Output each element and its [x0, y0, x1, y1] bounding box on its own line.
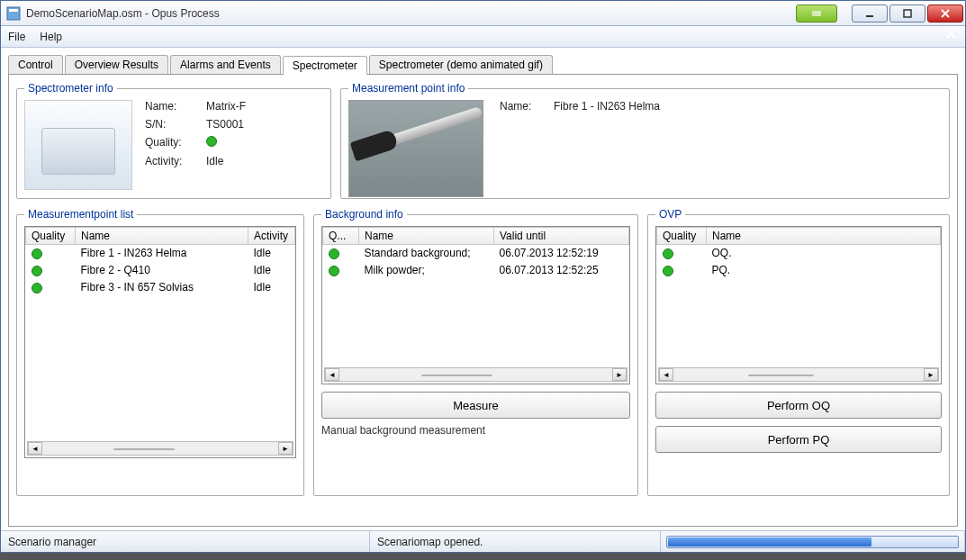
- app-window: DemoScenarioMap.osm - Opus Process ✕ Fil…: [0, 0, 966, 553]
- tab-alarms-events[interactable]: Alarms and Events: [170, 55, 281, 74]
- scroll-right-icon[interactable]: ►: [924, 368, 938, 381]
- svg-rect-2: [812, 11, 821, 16]
- col-activity[interactable]: Activity: [248, 228, 295, 245]
- col-name[interactable]: Name: [359, 228, 494, 245]
- probe-image: [348, 100, 483, 197]
- group-mp-list: Measurementpoint list Quality Name Activ…: [16, 208, 304, 496]
- group-measurement-point-info: Measurement point info Name: Fibre 1 - I…: [340, 82, 950, 199]
- cell-activity: Idle: [248, 245, 295, 262]
- cell-name: Standard background;: [359, 245, 494, 262]
- legend-mp-list: Measurementpoint list: [24, 208, 137, 221]
- scroll-left-icon[interactable]: ◄: [28, 442, 42, 455]
- table-row[interactable]: PQ.: [657, 262, 941, 279]
- value-mp-name: Fibre 1 - IN263 Helma: [554, 100, 660, 113]
- cell-name: Fibre 1 - IN263 Helma: [76, 245, 248, 262]
- window-buttons: [794, 5, 963, 23]
- status-dot-icon: [206, 136, 217, 147]
- label-mp-name: Name:: [500, 100, 554, 113]
- cell-activity: Idle: [248, 279, 295, 296]
- table-row[interactable]: Milk powder;06.07.2013 12:52:25: [323, 262, 629, 279]
- cell-name: Milk powder;: [359, 262, 494, 279]
- table-row[interactable]: Fibre 2 - Q410Idle: [26, 262, 295, 279]
- table-row[interactable]: Standard background;06.07.2013 12:52:19: [323, 245, 629, 262]
- perform-pq-button[interactable]: Perform PQ: [655, 426, 942, 453]
- status-pane-left: Scenario manager: [1, 531, 370, 552]
- spectrometer-props: Name: Matrix-F S/N: TS0001 Quality: Acti…: [145, 100, 246, 167]
- menu-file[interactable]: File: [8, 31, 25, 43]
- legend-ovp: OVP: [655, 208, 685, 221]
- table-row[interactable]: OQ.: [657, 245, 941, 262]
- status-dot-icon: [663, 248, 673, 259]
- spectrometer-image: [24, 100, 132, 190]
- label-name: Name:: [145, 100, 206, 113]
- svg-rect-1: [9, 9, 18, 12]
- minimize-button[interactable]: [852, 5, 888, 23]
- scroll-right-icon[interactable]: ►: [278, 442, 293, 455]
- value-activity: Idle: [206, 155, 246, 167]
- label-sn: S/N:: [145, 118, 206, 131]
- tab-pane-spectrometer: Spectrometer info Name: Matrix-F S/N: TS…: [8, 75, 958, 527]
- col-quality[interactable]: Quality: [26, 228, 76, 245]
- svg-rect-4: [904, 10, 911, 17]
- col-quality[interactable]: Quality: [657, 228, 707, 245]
- label-quality: Quality:: [145, 136, 206, 149]
- col-valid[interactable]: Valid until: [494, 228, 629, 245]
- bg-list-view[interactable]: Q... Name Valid until Standard backgroun…: [321, 226, 630, 384]
- scroll-left-icon[interactable]: ◄: [325, 368, 339, 381]
- status-dot-icon: [663, 266, 673, 276]
- col-q[interactable]: Q...: [323, 228, 359, 245]
- scroll-left-icon[interactable]: ◄: [659, 368, 673, 381]
- group-ovp: OVP Quality Name OQ. PQ.: [647, 208, 950, 496]
- value-name: Matrix-F: [206, 100, 246, 113]
- perform-oq-button[interactable]: Perform OQ: [655, 392, 942, 419]
- tab-control[interactable]: Control: [8, 55, 63, 74]
- measure-button[interactable]: Measure: [321, 392, 630, 419]
- window-title: DemoScenarioMap.osm - Opus Process: [26, 7, 794, 20]
- title-bar: DemoScenarioMap.osm - Opus Process: [1, 1, 965, 26]
- status-pane-progress: [661, 531, 965, 552]
- group-background-info: Background info Q... Name Valid until St…: [313, 208, 638, 496]
- tab-strip: Control Overview Results Alarms and Even…: [8, 55, 958, 75]
- value-sn: TS0001: [206, 118, 246, 131]
- col-name[interactable]: Name: [76, 228, 248, 245]
- group-spectrometer-info: Spectrometer info Name: Matrix-F S/N: TS…: [16, 82, 331, 199]
- content-area: Control Overview Results Alarms and Even…: [1, 48, 965, 530]
- scroll-right-icon[interactable]: ►: [612, 368, 627, 381]
- cell-name: OQ.: [707, 245, 941, 262]
- horizontal-scrollbar[interactable]: ◄ ►: [27, 441, 293, 456]
- cell-name: PQ.: [707, 262, 941, 279]
- bg-note: Manual background measurement: [321, 424, 630, 437]
- legend-bg-info: Background info: [321, 208, 407, 221]
- cell-activity: Idle: [248, 262, 295, 279]
- menu-bar: File Help: [1, 26, 965, 48]
- cell-valid: 06.07.2013 12:52:25: [494, 262, 629, 279]
- scroll-thumb[interactable]: [421, 375, 492, 376]
- table-row[interactable]: Fibre 1 - IN263 HelmaIdle: [26, 245, 295, 262]
- menu-help[interactable]: Help: [40, 31, 62, 43]
- table-row[interactable]: Fibre 3 - IN 657 SolviasIdle: [26, 279, 295, 296]
- legend-spectrometer-info: Spectrometer info: [24, 82, 117, 95]
- cell-name: Fibre 2 - Q410: [76, 262, 248, 279]
- tab-spectrometer-demo[interactable]: Spectrometer (demo animated gif): [369, 55, 553, 74]
- cell-valid: 06.07.2013 12:52:19: [494, 245, 629, 262]
- scroll-thumb[interactable]: [113, 448, 175, 450]
- help-hint-button[interactable]: [796, 5, 837, 23]
- status-dot-icon: [329, 248, 339, 259]
- app-icon: [6, 6, 21, 21]
- horizontal-scrollbar[interactable]: ◄ ►: [658, 367, 939, 382]
- maximize-button[interactable]: [889, 5, 925, 23]
- scroll-thumb[interactable]: [748, 375, 813, 376]
- status-pane-mid: Scenariomap opened.: [370, 531, 661, 552]
- col-name[interactable]: Name: [707, 228, 941, 245]
- close-button[interactable]: [927, 5, 963, 23]
- status-dot-icon: [329, 266, 339, 276]
- status-dot-icon: [32, 266, 42, 276]
- value-quality: [206, 136, 246, 149]
- ovp-list-view[interactable]: Quality Name OQ. PQ. ◄ ►: [655, 226, 942, 384]
- mp-list-view[interactable]: Quality Name Activity Fibre 1 - IN263 He…: [24, 226, 296, 458]
- horizontal-scrollbar[interactable]: ◄ ►: [324, 367, 627, 382]
- status-dot-icon: [32, 248, 42, 259]
- tab-overview-results[interactable]: Overview Results: [65, 55, 168, 74]
- status-dot-icon: [32, 283, 42, 294]
- tab-spectrometer[interactable]: Spectrometer: [283, 56, 367, 75]
